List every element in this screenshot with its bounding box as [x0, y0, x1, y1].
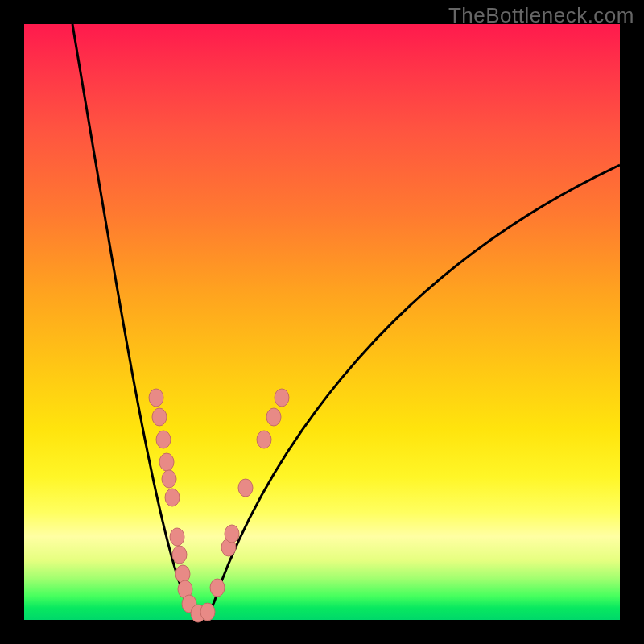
data-markers: [149, 389, 289, 622]
watermark-text: TheBottleneck.com: [448, 3, 634, 28]
chart-frame: TheBottleneck.com: [0, 0, 644, 644]
data-marker: [225, 525, 239, 543]
data-marker: [257, 431, 271, 448]
data-marker: [159, 453, 174, 471]
data-marker: [175, 565, 190, 583]
data-marker: [238, 479, 253, 497]
data-marker: [266, 408, 281, 426]
data-marker: [210, 579, 225, 597]
data-marker: [156, 431, 171, 448]
data-marker: [165, 489, 180, 506]
data-marker: [162, 470, 176, 488]
curve-svg: [24, 24, 620, 620]
data-marker: [275, 389, 289, 407]
data-marker: [200, 603, 215, 621]
data-marker: [149, 389, 163, 407]
main-curve: [72, 24, 620, 617]
plot-area: [24, 24, 620, 620]
data-marker: [170, 528, 184, 546]
data-marker: [152, 408, 167, 426]
data-marker: [172, 546, 187, 564]
